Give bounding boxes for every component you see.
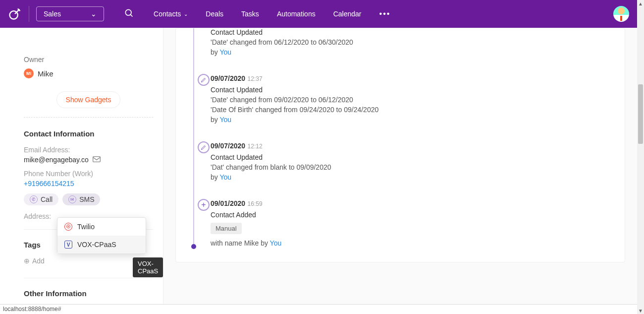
search-icon[interactable] bbox=[124, 8, 134, 20]
main-content: Contact Updated 'Date' changed from 06/1… bbox=[163, 28, 637, 304]
nav-calendar[interactable]: Calendar bbox=[333, 10, 362, 18]
plus-icon: ⊕ bbox=[24, 257, 30, 265]
tooltip: VOX-CPaaS bbox=[133, 257, 163, 277]
email-value: mike@engagebay.co bbox=[24, 156, 153, 164]
owner-avatar: MI bbox=[24, 68, 34, 78]
phone-value[interactable]: +919666154215 bbox=[24, 180, 153, 188]
module-selector[interactable]: Sales ⌄ bbox=[36, 6, 104, 21]
vox-icon: V bbox=[64, 241, 72, 249]
chevron-down-icon: ⌄ bbox=[184, 11, 188, 17]
sms-provider-dropdown: ⦾ Twilio V VOX-CPaaS bbox=[57, 217, 146, 254]
app-logo[interactable] bbox=[8, 7, 22, 21]
svg-rect-2 bbox=[93, 157, 100, 162]
twilio-icon: ⦾ bbox=[64, 223, 72, 231]
edit-icon bbox=[198, 74, 210, 86]
you-link[interactable]: You bbox=[270, 239, 282, 247]
sidebar: Owner MI Mike Show Gadgets Contact Infor… bbox=[0, 28, 163, 304]
other-info-title: Other Information bbox=[24, 289, 153, 298]
scroll-thumb[interactable] bbox=[638, 84, 643, 144]
timeline-by: by You bbox=[211, 116, 615, 124]
vertical-scrollbar[interactable]: ▲ ▼ bbox=[637, 0, 644, 314]
timeline-item: 09/07/2020 12:12 Contact Updated 'Dat' c… bbox=[186, 133, 615, 181]
you-link[interactable]: You bbox=[219, 116, 231, 124]
dropdown-item-twilio[interactable]: ⦾ Twilio bbox=[57, 218, 146, 236]
timeline-item: + 09/01/2020 16:59 Contact Added Manual … bbox=[186, 191, 615, 247]
timeline-by: by You bbox=[211, 48, 615, 56]
chevron-down-icon: ⌄ bbox=[91, 10, 97, 18]
topbar: Sales ⌄ Contacts ⌄ Deals Tasks Automatio… bbox=[0, 0, 637, 28]
nav-tasks[interactable]: Tasks bbox=[241, 10, 259, 18]
phone-label: Phone Number (Work) bbox=[24, 170, 153, 178]
divider bbox=[29, 6, 29, 22]
owner-name: Mike bbox=[38, 69, 54, 78]
owner-row: MI Mike bbox=[24, 68, 153, 78]
you-link[interactable]: You bbox=[219, 48, 231, 56]
mail-icon[interactable] bbox=[93, 156, 101, 164]
user-avatar[interactable] bbox=[613, 6, 629, 22]
svg-point-1 bbox=[125, 9, 131, 15]
nav-automations[interactable]: Automations bbox=[277, 10, 316, 18]
timeline-bottom: with name Mike by You bbox=[211, 239, 615, 247]
timeline-item: Contact Updated 'Date' changed from 06/1… bbox=[186, 28, 615, 56]
timeline-by: by You bbox=[211, 173, 615, 181]
edit-icon bbox=[198, 141, 210, 153]
timeline-item: 09/07/2020 12:37 Contact Updated 'Date' … bbox=[186, 66, 615, 124]
sms-button[interactable]: ✉ SMS bbox=[62, 193, 100, 205]
statusbar: localhost:8888/home# bbox=[0, 304, 637, 314]
nav-items: Contacts ⌄ Deals Tasks Automations Calen… bbox=[154, 10, 362, 18]
timeline: Contact Updated 'Date' changed from 06/1… bbox=[175, 28, 625, 262]
scroll-down-arrow[interactable]: ▼ bbox=[637, 307, 644, 314]
dropdown-item-vox[interactable]: V VOX-CPaaS bbox=[57, 236, 146, 253]
module-label: Sales bbox=[44, 10, 61, 18]
plus-icon: + bbox=[198, 199, 210, 211]
sms-icon: ✉ bbox=[68, 195, 76, 203]
more-menu[interactable]: ••• bbox=[379, 9, 391, 18]
you-link[interactable]: You bbox=[219, 173, 231, 181]
show-gadgets-button[interactable]: Show Gadgets bbox=[56, 91, 121, 108]
timeline-end-dot bbox=[191, 244, 196, 249]
nav-deals[interactable]: Deals bbox=[206, 10, 223, 18]
contact-info-title: Contact Information bbox=[24, 129, 153, 138]
source-badge: Manual bbox=[211, 223, 242, 234]
divider bbox=[24, 117, 153, 118]
divider bbox=[24, 278, 153, 278]
email-label: Email Address: bbox=[24, 146, 153, 154]
owner-label: Owner bbox=[24, 56, 153, 63]
phone-icon: ✆ bbox=[30, 195, 38, 203]
nav-contacts[interactable]: Contacts ⌄ bbox=[154, 10, 188, 18]
call-button[interactable]: ✆ Call bbox=[24, 193, 58, 205]
